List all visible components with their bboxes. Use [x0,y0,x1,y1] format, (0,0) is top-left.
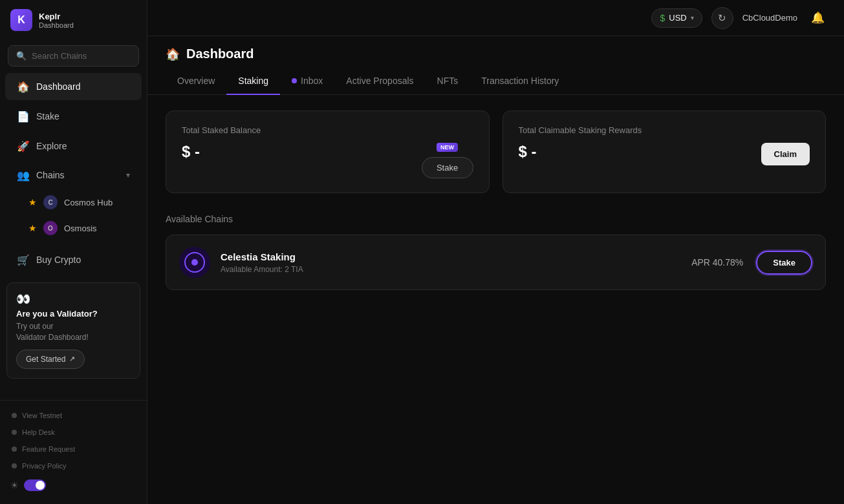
explore-icon: 🚀 [17,140,30,152]
app-logo: K [10,9,32,31]
currency-caret-icon: ▾ [691,14,694,21]
celestia-apr: APR 40.78% [691,257,743,268]
tab-inbox[interactable]: Inbox [280,68,334,95]
chains-left: 👥 Chains [17,169,65,182]
sun-icon: ☀ [10,480,19,490]
app-name: Keplr [39,12,74,21]
page-title-bar: 🏠 Dashboard [147,36,844,61]
sidebar-item-explore-label: Explore [36,141,67,151]
claimable-label: Total Claimable Staking Rewards [519,125,810,135]
chains-label: Chains [36,170,65,180]
get-started-button[interactable]: Get Started ↗ [16,350,85,369]
cosmos-hub-label: Cosmos Hub [64,198,113,207]
tab-nfts[interactable]: NFTs [426,68,470,95]
username-label[interactable]: CbCloudDemo [742,13,797,23]
celestia-chain-row: Celestia Staking Available Amount: 2 TIA… [166,235,826,290]
stake-icon: 📄 [17,110,30,123]
notification-button[interactable]: 🔔 [806,7,828,29]
validator-desc: Try out our Validator Dashboard! [16,321,131,343]
theme-toggle[interactable]: ☀ [0,474,147,496]
staking-cards: Total Staked Balance $ - NEW Stake Total… [166,110,826,193]
claimable-value: $ - [519,143,537,161]
page-title: Dashboard [186,47,254,61]
celestia-info: Celestia Staking Available Amount: 2 TIA [221,251,303,274]
search-chains-box[interactable]: 🔍 [8,45,139,67]
sidebar-item-cosmos[interactable]: ★ C Cosmos Hub [5,190,142,215]
main-content: $ USD ▾ ↻ CbCloudDemo 🔔 🏠 Dashboard Over… [147,0,844,504]
external-link-icon: ↗ [69,355,75,363]
feature-dot [12,446,17,452]
tab-active-proposals[interactable]: Active Proposals [334,68,425,95]
refresh-icon: ↻ [718,12,726,24]
sidebar-item-osmosis[interactable]: ★ O Osmosis [5,216,142,240]
refresh-button[interactable]: ↻ [711,7,733,29]
celestia-name: Celestia Staking [221,251,303,262]
celestia-logo [179,247,210,278]
testnet-dot [12,413,17,418]
tab-overview[interactable]: Overview [166,68,226,95]
chevron-down-icon: ▾ [126,171,130,180]
celestia-left: Celestia Staking Available Amount: 2 TIA [179,247,303,278]
inbox-dot [292,78,297,83]
osmosis-logo: O [43,221,58,235]
buy-crypto-icon: 🛒 [17,253,30,266]
chains-section[interactable]: 👥 Chains ▾ [5,162,142,188]
moon-toggle[interactable] [24,479,46,491]
help-dot [12,430,17,435]
claimable-rewards-card: Total Claimable Staking Rewards $ - Clai… [503,110,827,193]
search-icon: 🔍 [16,51,27,61]
dashboard-icon: 🏠 [17,80,30,93]
help-desk-link[interactable]: Help Desk [0,424,147,441]
topbar: $ USD ▾ ↻ CbCloudDemo 🔔 [147,0,844,36]
page-house-icon: 🏠 [166,47,180,61]
sidebar-item-stake[interactable]: 📄 Stake [5,103,142,130]
total-staked-value: $ - [182,143,200,161]
total-staked-card: Total Staked Balance $ - NEW Stake [166,110,490,193]
sidebar-item-explore[interactable]: 🚀 Explore [5,132,142,160]
sidebar: K Keplr Dashboard 🔍 🏠 Dashboard 📄 Stake … [0,0,147,504]
claim-button[interactable]: Claim [761,143,810,165]
validator-eyes: 👀 [16,292,131,306]
feature-request-link[interactable]: Feature Request [0,441,147,457]
validator-box: 👀 Are you a Validator? Try out our Valid… [6,282,140,379]
sidebar-item-dashboard[interactable]: 🏠 Dashboard [5,73,142,100]
sidebar-item-buy-crypto[interactable]: 🛒 Buy Crypto [5,246,142,273]
staking-content: Total Staked Balance $ - NEW Stake Total… [147,95,844,504]
view-testnet-link[interactable]: View Testnet [0,407,147,424]
currency-label: USD [669,13,686,23]
new-badge: NEW [437,143,458,152]
celestia-stake-button[interactable]: Stake [756,251,812,275]
celestia-right: APR 40.78% Stake [691,251,812,275]
cosmos-logo: C [43,195,58,209]
total-staked-actions: $ - NEW Stake [182,143,473,178]
sidebar-bottom: View Testnet Help Desk Feature Request P… [0,400,147,504]
sidebar-item-stake-label: Stake [36,111,60,121]
celestia-logo-inner [184,252,205,273]
available-chains-label: Available Chains [166,214,826,224]
cosmos-star-icon: ★ [28,197,37,207]
tab-transaction-history[interactable]: Transaction History [470,68,570,95]
stake-chip-button[interactable]: Stake [422,157,473,178]
app-title: Keplr Dashboard [39,12,74,29]
celestia-amount: Available Amount: 2 TIA [221,265,303,274]
sidebar-item-dashboard-label: Dashboard [36,81,81,92]
bell-icon: 🔔 [811,11,825,25]
tab-staking[interactable]: Staking [226,68,280,95]
tabs: Overview Staking Inbox Active Proposals … [147,68,844,95]
buy-crypto-label: Buy Crypto [36,255,81,265]
app-subtitle: Dashboard [39,21,74,29]
claimable-actions: $ - Claim [519,143,810,165]
dollar-icon: $ [660,13,665,23]
privacy-dot [12,463,17,468]
sidebar-header: K Keplr Dashboard [0,0,147,40]
osmosis-star-icon: ★ [28,223,37,233]
privacy-policy-link[interactable]: Privacy Policy [0,457,147,474]
osmosis-label: Osmosis [64,224,97,233]
total-staked-label: Total Staked Balance [182,125,473,135]
search-chains-input[interactable] [32,51,131,61]
validator-title: Are you a Validator? [16,309,131,319]
toggle-thumb [36,481,45,490]
currency-selector[interactable]: $ USD ▾ [651,8,702,28]
chains-icon: 👥 [17,169,30,182]
